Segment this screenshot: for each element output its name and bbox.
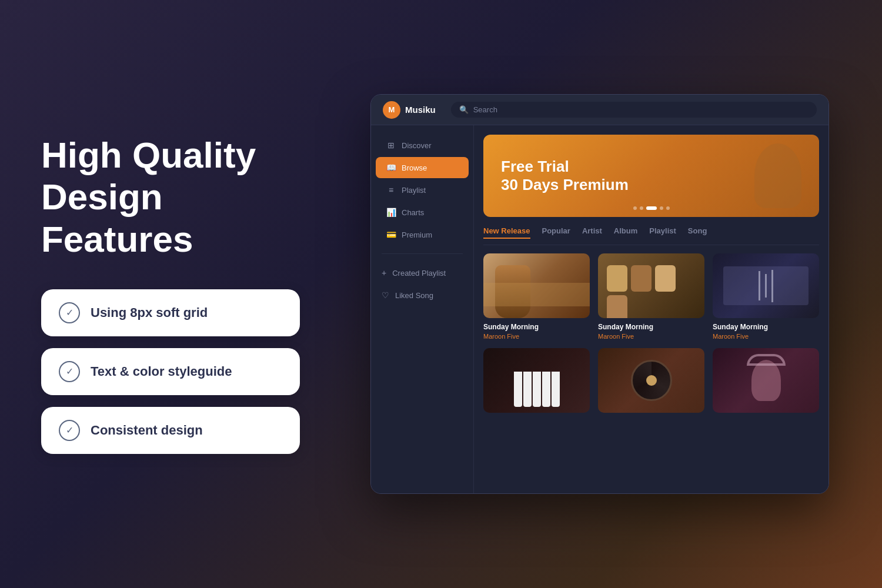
music-card-2-title: Sunday Morning — [598, 323, 704, 331]
music-thumb-2 — [598, 253, 704, 318]
feature-item-design: ✓ Consistent design — [41, 407, 300, 454]
sidebar-action-created-playlist[interactable]: + Created Playlist — [371, 262, 473, 283]
sidebar-label-playlist: Playlist — [402, 186, 426, 195]
sidebar-label-browse: Browse — [402, 163, 427, 172]
app-mockup: M Musiku 🔍 Search ⊞ Discover 📖 Browse — [341, 76, 882, 512]
tab-playlist[interactable]: Playlist — [649, 226, 676, 239]
sidebar-action-liked-song[interactable]: ♡ Liked Song — [371, 285, 473, 306]
tab-bar: New Release Popular Artist Album Playlis… — [483, 226, 819, 245]
check-icon: ✓ — [59, 302, 80, 323]
sidebar: ⊞ Discover 📖 Browse ≡ Playlist 📊 Charts … — [371, 125, 474, 493]
music-card-2-artist: Maroon Five — [598, 333, 704, 340]
tab-song[interactable]: Song — [688, 226, 707, 239]
playlist-icon: ≡ — [386, 185, 396, 195]
banner-dots — [633, 206, 670, 210]
premium-icon: 💳 — [386, 230, 396, 239]
feature-item-style: ✓ Text & color styleguide — [41, 348, 300, 395]
music-card-3-title: Sunday Morning — [713, 323, 819, 331]
discover-icon: ⊞ — [386, 141, 396, 150]
app-body: ⊞ Discover 📖 Browse ≡ Playlist 📊 Charts … — [371, 125, 828, 493]
charts-icon: 📊 — [386, 208, 396, 217]
banner-title-line2: 30 Days Premium — [501, 176, 629, 194]
music-card-6[interactable] — [713, 348, 819, 417]
search-placeholder: Search — [473, 105, 497, 114]
check-icon-design: ✓ — [59, 420, 80, 441]
tab-new-release[interactable]: New Release — [483, 226, 530, 239]
feature-text-grid: Using 8px soft grid — [91, 305, 208, 320]
music-card-3[interactable]: Sunday Morning Maroon Five — [713, 253, 819, 340]
banner-title-line1: Free Trial — [501, 158, 629, 176]
sidebar-item-charts[interactable]: 📊 Charts — [376, 202, 469, 223]
dot-5[interactable] — [666, 206, 670, 210]
tab-album[interactable]: Album — [614, 226, 637, 239]
liked-song-label: Liked Song — [395, 291, 433, 300]
feature-text-style: Text & color styleguide — [91, 364, 232, 379]
created-playlist-label: Created Playlist — [392, 269, 446, 278]
music-grid: Sunday Morning Maroon Five — [483, 253, 819, 417]
left-panel: High Quality Design Features ✓ Using 8px… — [0, 99, 341, 489]
heart-icon: ♡ — [382, 290, 389, 300]
banner: Free Trial 30 Days Premium — [483, 135, 819, 217]
browse-icon: 📖 — [386, 163, 396, 172]
search-bar[interactable]: 🔍 Search — [451, 102, 817, 118]
dot-2[interactable] — [640, 206, 643, 210]
feature-item-grid: ✓ Using 8px soft grid — [41, 289, 300, 336]
music-card-1-title: Sunday Morning — [483, 323, 590, 331]
sidebar-item-browse[interactable]: 📖 Browse — [376, 157, 469, 178]
app-window: M Musiku 🔍 Search ⊞ Discover 📖 Browse — [370, 94, 829, 494]
sidebar-label-discover: Discover — [402, 141, 432, 150]
music-card-1[interactable]: Sunday Morning Maroon Five — [483, 253, 590, 340]
banner-person-silhouette — [707, 135, 801, 217]
tab-artist[interactable]: Artist — [582, 226, 602, 239]
music-card-1-artist: Maroon Five — [483, 333, 590, 340]
music-thumb-1 — [483, 253, 590, 318]
plus-icon: + — [382, 268, 386, 278]
music-thumb-4 — [483, 348, 590, 413]
heading-line1: High Quality — [41, 135, 256, 175]
sidebar-label-premium: Premium — [402, 230, 432, 239]
sidebar-item-playlist[interactable]: ≡ Playlist — [376, 179, 469, 201]
music-card-2[interactable]: Sunday Morning Maroon Five — [598, 253, 704, 340]
music-card-3-artist: Maroon Five — [713, 333, 819, 340]
main-heading: High Quality Design Features — [41, 134, 300, 260]
music-thumb-5 — [598, 348, 704, 413]
top-bar: M Musiku 🔍 Search — [371, 95, 828, 125]
sidebar-item-premium[interactable]: 💳 Premium — [376, 224, 469, 245]
sidebar-label-charts: Charts — [402, 208, 424, 217]
music-thumb-3 — [713, 253, 819, 318]
search-icon: 🔍 — [459, 105, 469, 114]
dot-1[interactable] — [633, 206, 637, 210]
app-title: Musiku — [405, 105, 436, 115]
sidebar-divider — [382, 253, 463, 254]
music-thumb-6 — [713, 348, 819, 413]
heading-line2: Design Features — [41, 176, 193, 259]
music-card-5[interactable] — [598, 348, 704, 417]
dot-4[interactable] — [660, 206, 663, 210]
tab-popular[interactable]: Popular — [542, 226, 570, 239]
sidebar-item-discover[interactable]: ⊞ Discover — [376, 135, 469, 156]
banner-text: Free Trial 30 Days Premium — [501, 158, 629, 194]
music-card-4[interactable] — [483, 348, 590, 417]
check-icon-style: ✓ — [59, 361, 80, 382]
feature-text-design: Consistent design — [91, 423, 203, 438]
logo-circle: M — [383, 101, 400, 119]
feature-list: ✓ Using 8px soft grid ✓ Text & color sty… — [41, 289, 300, 454]
logo-area: M Musiku — [383, 101, 436, 119]
main-content: Free Trial 30 Days Premium — [474, 125, 828, 493]
dot-3[interactable] — [646, 206, 657, 210]
